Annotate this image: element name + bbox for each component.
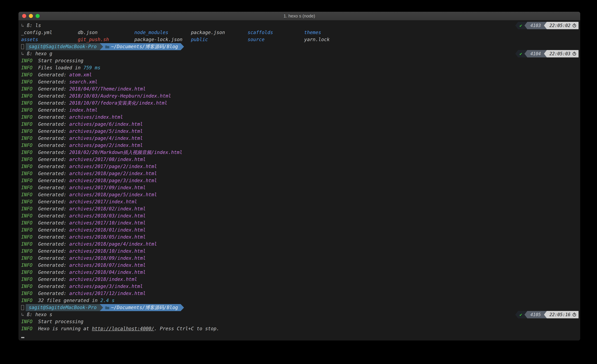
prompt-user-segment: sagit@SagitdeMacBook-Pro (26, 43, 100, 50)
terminal-line: INFO Generated: 2018/10/03/Audrey-Hepbur… (21, 93, 580, 100)
terminal-text: archives/2018/09/index.html (69, 255, 146, 261)
check-icon: ✔ (519, 311, 522, 318)
terminal-line: INFO Generated: archives/2018/09/index.h… (21, 255, 580, 262)
folder-icon (105, 306, 110, 309)
history-number: 4103 (527, 22, 544, 29)
terminal-text: Generated: (32, 234, 69, 240)
powerline-arrow-icon (100, 43, 103, 50)
terminal-text: search.xml (69, 79, 98, 85)
terminal-text: Generated: (32, 241, 69, 247)
terminal-line: ↳ ß: hexo g✔410422:05:03 (21, 50, 580, 57)
terminal-line: INFO Generated: archives/2018/page/5/ind… (21, 191, 580, 198)
clock-icon (572, 52, 576, 56)
terminal-text: themes (304, 30, 321, 35)
timestamp: 22:05:16 (547, 311, 579, 318)
title-bar[interactable]: 1. hexo s (node) (18, 12, 580, 20)
command-status-badge: ✔410422:05:03 (515, 50, 579, 57)
terminal-text: INFO (21, 93, 32, 99)
terminal-text: Generated: (32, 157, 69, 162)
terminal-text: INFO (21, 248, 32, 254)
terminal-line: _config.yml db.json node_modules package… (21, 29, 580, 36)
clock-icon (572, 23, 576, 28)
terminal-line: ↳ ß: ls✔410322:05:02 (21, 22, 580, 29)
terminal-text: archives/2017/08/index.html (69, 157, 146, 162)
terminal-text: Generated: (32, 121, 69, 127)
terminal-line: INFO Files loaded in 759 ms (21, 64, 580, 71)
terminal-line: INFO Start processing (21, 318, 580, 325)
terminal-text: archives/2018/01/index.html (69, 227, 146, 233)
terminal-text: INFO (21, 121, 32, 127)
terminal-screen[interactable]: ↳ ß: ls✔410322:05:02_config.yml db.json … (18, 20, 580, 339)
prompt-path-segment: ~/Documents/博客源码/Blog (103, 304, 181, 311)
powerline-arrow-icon (100, 304, 103, 311)
terminal-text: package-lock.json (134, 37, 191, 42)
terminal-text: INFO (21, 220, 32, 226)
terminal-text: assets (21, 37, 78, 42)
terminal-text: Generated: (32, 255, 69, 261)
terminal-text: archives/2018/index.html (69, 277, 137, 282)
terminal-text: INFO (21, 234, 32, 240)
terminal-text: source (248, 37, 304, 42)
terminal-text: archives/2017/12/index.html (69, 291, 146, 296)
terminal-text: archives/2018/page/3/index.html (69, 178, 157, 183)
terminal-text: Generated: (32, 269, 69, 275)
terminal-text: Generated: (32, 185, 69, 190)
terminal-text: 32 files generated in (32, 298, 100, 303)
terminal-line: INFO Generated: archives/2017/12/index.h… (21, 290, 580, 297)
terminal-text: INFO (21, 79, 32, 85)
terminal-text: archives/page/4/index.html (69, 135, 143, 141)
terminal-text: Generated: (32, 291, 69, 296)
timestamp-text: 22:05:02 (550, 22, 571, 29)
timestamp: 22:05:02 (547, 22, 579, 29)
terminal-text: archives/page/6/index.html (69, 121, 143, 127)
terminal-text: Generated: (32, 150, 69, 155)
terminal-text: Hexo is running at (32, 326, 92, 332)
terminal-text: archives/2018/page/4/index.html (69, 241, 157, 247)
terminal-text: archives/2018/02/index.html (69, 206, 146, 212)
terminal-text: archives/2017/page/2/index.html (69, 164, 157, 169)
terminal-window: 1. hexo s (node) ↳ ß: ls✔410322:05:02_co… (18, 12, 580, 340)
terminal-line: INFO Generated: archives/2017/09/index.h… (21, 184, 580, 191)
check-icon: ✔ (519, 22, 522, 29)
timestamp-text: 22:05:16 (550, 311, 571, 318)
terminal-text: INFO (21, 100, 32, 106)
terminal-line: INFO Generated: archives/2017/08/index.h… (21, 156, 580, 163)
prompt-path-segment: ~/Documents/博客源码/Blog (103, 43, 181, 50)
terminal-line: INFO Generated: archives/page/4/index.ht… (21, 135, 580, 142)
terminal-text: package.json (191, 30, 247, 35)
terminal-line: INFO Generated: archives/2018/07/index.h… (21, 262, 580, 269)
localhost-link[interactable]: http://localhost:4000/ (92, 326, 154, 332)
terminal-text: ß: (27, 312, 35, 317)
terminal-text: Generated: (32, 178, 69, 183)
powerline-arrow-icon (515, 311, 518, 318)
prompt-marker (21, 44, 24, 49)
terminal-text: archives/2017/09/index.html (69, 185, 146, 190)
powerline-arrow-icon (525, 22, 527, 29)
prompt-line: sagit@SagitdeMacBook-Pro~/Documents/博客源码… (21, 43, 580, 50)
powerline-arrow-icon (544, 311, 547, 318)
command-status-badge: ✔410522:05:16 (515, 311, 579, 318)
terminal-text: Generated: (32, 248, 69, 254)
terminal-text: archives/2018/page/2/index.html (69, 171, 157, 176)
terminal-text: Files loaded in (32, 65, 83, 71)
terminal-text: INFO (21, 65, 32, 71)
terminal-text: INFO (21, 255, 32, 261)
terminal-text: INFO (21, 128, 32, 134)
terminal-line: INFO Generated: archives/2018/03/index.h… (21, 212, 580, 219)
terminal-text: ß: (27, 23, 35, 28)
terminal-text: Generated: (32, 79, 69, 85)
terminal-text: Generated: (32, 284, 69, 289)
powerline-arrow-icon (525, 311, 527, 318)
terminal-text: Start processing (32, 319, 83, 324)
terminal-line: INFO Generated: archives/2017/page/2/ind… (21, 163, 580, 170)
terminal-text: archives/2018/10/index.html (69, 248, 146, 254)
terminal-text: ls (35, 23, 41, 28)
terminal-cursor (21, 337, 24, 338)
terminal-text: hexo g (35, 51, 52, 56)
terminal-line: INFO Generated: 2018/10/07/fedora安装美化/in… (21, 100, 580, 107)
status-check-segment: ✔ (518, 22, 525, 29)
command-status-badge: ✔410322:05:02 (515, 22, 579, 29)
powerline-arrow-icon (544, 50, 547, 57)
terminal-line: INFO Generated: index.html (21, 107, 580, 114)
terminal-line: INFO Generated: archives/2018/01/index.h… (21, 227, 580, 234)
